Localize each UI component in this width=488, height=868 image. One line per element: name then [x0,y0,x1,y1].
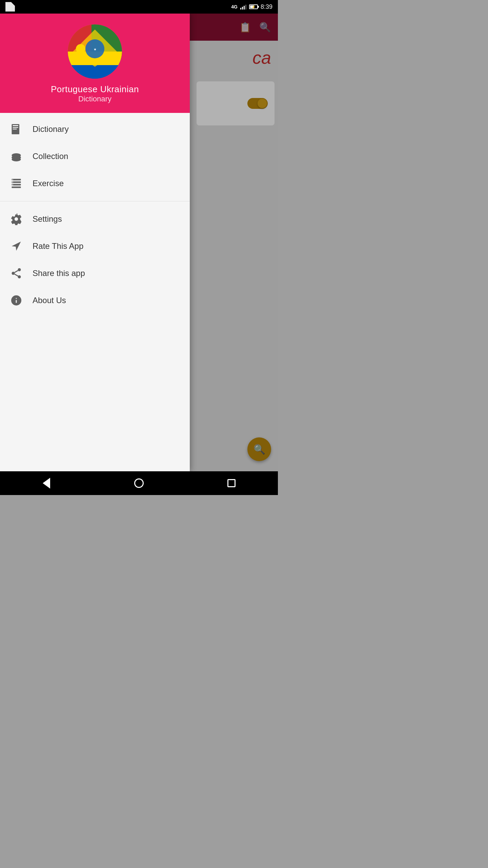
svg-rect-23 [12,181,14,183]
menu-item-settings[interactable]: Settings [0,205,190,233]
drawer-app-name-container: Portuguese Ukrainian Dictionary [51,84,139,103]
exercise-icon [9,177,23,190]
battery-container: ⚡ [249,4,258,9]
share-icon [9,267,23,280]
menu-section-main: Dictionary Collection [0,113,190,200]
share-label: Share this app [33,269,85,278]
home-button[interactable] [129,473,149,493]
drawer-overlay[interactable] [190,14,278,471]
svg-point-26 [18,268,21,271]
collection-label: Collection [33,152,68,161]
back-button[interactable] [36,473,57,493]
svg-rect-21 [12,186,21,188]
menu-section-secondary: Settings Rate This App [0,203,190,317]
menu-item-exercise[interactable]: Exercise [0,170,190,197]
about-icon [9,294,23,307]
recents-icon [227,479,236,487]
about-label: About Us [33,296,66,305]
status-right: 4G ⚡ 8:39 [231,3,272,11]
sim-card-icon [5,2,15,12]
svg-marker-25 [12,242,21,251]
rate-label: Rate This App [33,241,83,251]
drawer-app-name: Portuguese Ukrainian [51,84,139,95]
back-icon [43,478,50,489]
svg-rect-14 [13,129,17,130]
svg-rect-22 [12,179,14,181]
svg-rect-6 [68,65,122,79]
drawer-menu: Dictionary Collection [0,113,190,471]
app-logo: ★ [68,24,122,79]
recents-button[interactable] [221,473,242,493]
battery-icon: ⚡ [249,4,258,9]
nav-drawer: ★ Portuguese Ukrainian Dictionary [0,14,190,471]
svg-rect-13 [13,127,19,128]
menu-divider [0,201,190,201]
collection-icon [9,150,23,163]
svg-rect-12 [13,125,19,126]
clock: 8:39 [261,3,272,11]
home-icon [134,478,144,488]
svg-point-28 [18,275,21,278]
menu-item-rate[interactable]: Rate This App [0,233,190,260]
exercise-label: Exercise [33,179,64,188]
svg-point-10 [76,44,85,54]
svg-line-30 [15,271,18,273]
dictionary-label: Dictionary [33,124,69,134]
svg-line-29 [15,274,18,276]
svg-rect-24 [12,184,14,186]
menu-item-share[interactable]: Share this app [0,260,190,287]
status-bar-left [5,0,15,14]
menu-item-collection[interactable]: Collection [0,143,190,170]
drawer-app-sub: Dictionary [51,95,139,103]
svg-text:★: ★ [94,47,97,51]
signal-icon [240,4,246,9]
svg-point-27 [12,272,15,275]
rate-icon [9,239,23,253]
settings-label: Settings [33,214,62,224]
dictionary-icon [9,122,23,136]
menu-item-about[interactable]: About Us [0,287,190,314]
bottom-nav-bar [0,471,278,495]
battery-lightning: ⚡ [251,5,256,9]
status-bar: 4G ⚡ 8:39 [0,0,278,14]
settings-icon [9,212,23,226]
network-indicator: 4G [231,4,238,9]
svg-point-17 [12,153,21,157]
menu-item-dictionary[interactable]: Dictionary [0,116,190,143]
drawer-header: ★ Portuguese Ukrainian Dictionary [0,14,190,113]
